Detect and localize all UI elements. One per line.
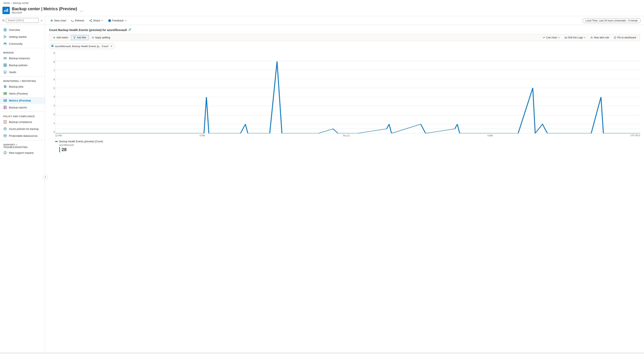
search-icon: [2, 19, 5, 22]
svg-rect-28: [4, 107, 6, 107]
svg-point-33: [5, 128, 6, 129]
sidebar-collapse-button[interactable]: «: [41, 19, 42, 22]
nav-section-monitoring: Monitoring + reporting: [0, 77, 45, 83]
sidebar-item-getting-started[interactable]: Getting started: [0, 33, 45, 40]
x-axis: 12 PM 6 PM Thu 21 6 AM UTC+05:3: [55, 134, 640, 137]
new-chart-button[interactable]: New chart: [48, 18, 68, 23]
svg-point-45: [108, 19, 111, 22]
svg-line-44: [90, 21, 91, 21]
svg-rect-14: [5, 64, 6, 65]
toolbar: New chart Refresh Share Feedback Local T…: [45, 16, 644, 25]
chart-legend: Backup Health Events (preview) (Count) a…: [55, 140, 640, 152]
breadcrumb: Home › Backup center: [0, 1, 644, 5]
y-axis: 9 8 7 6 5 4 3 2 1 0: [49, 52, 55, 134]
svg-rect-21: [4, 93, 5, 94]
svg-line-48: [130, 29, 130, 30]
sidebar-item-metrics[interactable]: Metrics (Preview): [0, 97, 45, 104]
nav-section-support: Support + troubleshooting: [0, 141, 45, 149]
chart-controls: Add metric Add filter Apply splitting Li…: [49, 34, 640, 41]
svg-marker-7: [4, 35, 6, 38]
svg-rect-1: [6, 9, 6, 12]
svg-point-42: [90, 20, 90, 21]
svg-rect-18: [4, 86, 6, 87]
svg-rect-0: [4, 10, 5, 12]
svg-point-46: [109, 20, 110, 21]
metric-tag: azurefilesvault, Backup Health Events (p…: [49, 43, 115, 49]
sidebar-item-vaults[interactable]: Vaults: [0, 69, 45, 76]
svg-point-47: [110, 20, 110, 21]
search-input[interactable]: [6, 18, 39, 23]
app-icon: [2, 7, 10, 14]
chart-svg: [55, 52, 640, 134]
chart-title: Count Backup Health Events (preview) for…: [49, 28, 640, 32]
apply-splitting-button[interactable]: Apply splitting: [90, 35, 112, 40]
sidebar-toggle-button[interactable]: [43, 175, 45, 179]
more-options-icon[interactable]: ...: [80, 8, 83, 12]
svg-point-6: [4, 29, 6, 30]
svg-rect-12: [5, 58, 6, 58]
svg-line-43: [90, 20, 91, 20]
svg-rect-22: [5, 93, 6, 94]
svg-rect-29: [4, 107, 6, 108]
new-alert-rule-button[interactable]: New alert rule: [588, 35, 611, 40]
add-filter-button[interactable]: Add filter: [71, 35, 88, 40]
svg-rect-19: [4, 87, 6, 88]
add-metric-button[interactable]: Add metric: [51, 35, 70, 40]
svg-rect-17: [4, 86, 6, 86]
svg-line-4: [4, 21, 5, 21]
sidebar-item-protectable-datasources[interactable]: Protectable datasources: [0, 132, 45, 139]
svg-rect-16: [5, 65, 6, 67]
legend-series-sub: azurefilesvault: [59, 144, 640, 146]
nav-section-manage: Manage: [0, 49, 45, 55]
svg-rect-24: [4, 100, 4, 101]
sidebar-item-alerts[interactable]: Alerts (Preview): [0, 90, 45, 97]
time-range-selector[interactable]: Local Time: Last 24 hours (Automatic - 5…: [582, 18, 641, 23]
share-button[interactable]: Share: [87, 18, 105, 23]
refresh-button[interactable]: Refresh: [69, 18, 86, 23]
pin-to-dashboard-button[interactable]: Pin to dashboard: [612, 35, 638, 40]
sidebar-item-backup-compliance[interactable]: Backup compliance: [0, 118, 45, 125]
sidebar-item-new-support[interactable]: New support request: [0, 149, 45, 156]
sidebar-navigation: Overview Getting started Community Manag…: [0, 25, 45, 352]
svg-point-40: [91, 19, 92, 20]
sidebar-item-backup-reports[interactable]: Backup reports: [0, 104, 45, 111]
sidebar-item-backup-jobs[interactable]: Backup jobs: [0, 83, 45, 90]
svg-point-11: [4, 58, 5, 58]
svg-point-9: [5, 43, 6, 44]
sidebar-item-overview[interactable]: Overview: [0, 26, 45, 33]
edit-chart-title-icon[interactable]: [128, 28, 131, 32]
svg-point-41: [91, 21, 92, 22]
legend-value: 28: [59, 147, 640, 152]
sidebar-item-backup-instances[interactable]: Backup instances: [0, 55, 45, 62]
svg-marker-51: [74, 37, 76, 39]
metric-tag-label: azurefilesvault, Backup Health Events (p…: [55, 45, 108, 48]
svg-rect-26: [6, 100, 6, 101]
metric-tag-icon: [51, 44, 54, 48]
svg-point-35: [4, 135, 6, 136]
sidebar-item-backup-policies[interactable]: Backup policies: [0, 62, 45, 69]
metric-tag-close-button[interactable]: ✕: [110, 45, 112, 48]
svg-rect-2: [7, 8, 8, 12]
page-title: Backup center | Metrics (Preview): [12, 6, 77, 11]
svg-rect-13: [4, 64, 5, 65]
drill-into-logs-button[interactable]: Drill into Logs: [562, 35, 588, 40]
content-area: New chart Refresh Share Feedback Local T…: [45, 16, 644, 352]
breadcrumb-separator: ›: [11, 2, 12, 4]
svg-point-8: [4, 43, 5, 44]
svg-rect-20: [4, 92, 6, 95]
svg-rect-25: [5, 100, 5, 101]
breadcrumb-home[interactable]: Home: [3, 2, 10, 4]
breadcrumb-current: Backup center: [13, 2, 29, 4]
page-subtitle: Microsoft: [12, 11, 77, 14]
svg-point-37: [5, 153, 5, 154]
svg-rect-30: [4, 108, 5, 108]
nav-section-policy: Policy and compliance: [0, 113, 45, 118]
sidebar-item-azure-policies[interactable]: Azure policies for backup: [0, 125, 45, 132]
sidebar: « Overview Getting started Community: [0, 16, 45, 352]
chart-container: Count Backup Health Events (preview) for…: [45, 25, 644, 352]
legend-series-name: Backup Health Events (preview) (Count): [59, 140, 103, 143]
feedback-button[interactable]: Feedback: [106, 18, 129, 23]
sidebar-item-community[interactable]: Community: [0, 40, 45, 47]
line-chart-button[interactable]: Line chart: [541, 35, 562, 40]
svg-point-3: [3, 20, 4, 21]
